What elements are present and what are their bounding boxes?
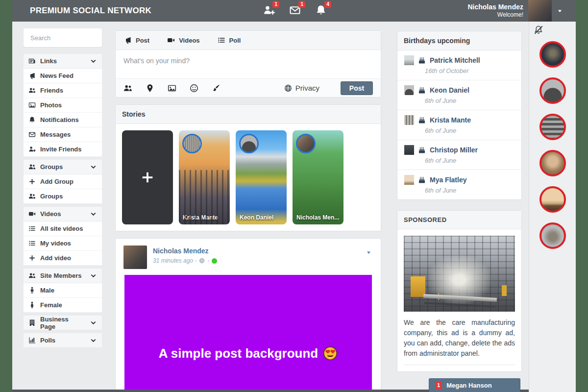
emoji-icon[interactable]: [190, 84, 198, 93]
chat-dock-megan-hanson[interactable]: 1 Megan Hanson: [429, 378, 520, 392]
ad-text: We are the care manufacturing company, t…: [404, 318, 515, 359]
tab-poll[interactable]: Poll: [218, 36, 241, 44]
chevron-down-icon: [90, 57, 97, 65]
post-text: A simple post background: [159, 346, 318, 361]
sidebar-item-groups-header[interactable]: Groups: [24, 160, 102, 174]
sidebar-item-notifications[interactable]: Notifications: [24, 113, 102, 127]
status-input[interactable]: [116, 50, 381, 78]
online-user-avatar[interactable]: [539, 41, 566, 68]
ad-image[interactable]: [404, 236, 515, 312]
sidebar-item-site-members-header[interactable]: Site Members: [24, 269, 102, 283]
tag-friends-icon[interactable]: [123, 84, 132, 93]
sidebar-item-invite-friends[interactable]: Invite Friends: [24, 142, 102, 157]
chevron-down-icon: [90, 337, 97, 344]
online-user-avatar[interactable]: [539, 114, 566, 140]
post-author-link[interactable]: Nicholas Mendez: [153, 247, 217, 255]
list-icon: [28, 240, 36, 247]
story-author: Krista Mante: [183, 214, 228, 221]
sidebar-item-links[interactable]: Links: [24, 54, 102, 69]
users-icon: [28, 87, 36, 94]
megaphone-icon: [124, 36, 132, 44]
birthday-name-link[interactable]: Mya Flatley: [430, 176, 466, 184]
sidebar-item-male[interactable]: Male: [24, 283, 102, 298]
post-submit-button[interactable]: Post: [341, 81, 373, 95]
sidebar-item-add-video[interactable]: Add video: [24, 251, 102, 266]
notifications-button[interactable]: 4: [315, 4, 327, 16]
video-camera-icon: [167, 36, 175, 44]
avatar: [404, 175, 414, 185]
sidebar-item-messages[interactable]: Messages: [24, 127, 102, 142]
birthday-name-link[interactable]: Keon Daniel: [430, 86, 469, 94]
birthdays-list: Patrick Mitchell 16th of October Keon Da…: [397, 50, 521, 199]
sidebar-item-groups[interactable]: Groups: [24, 189, 102, 204]
story-card[interactable]: Krista Mante: [179, 130, 230, 224]
sidebar-item-news-feed[interactable]: News Feed: [24, 69, 102, 83]
feed-column: Post Videos Poll: [115, 30, 381, 392]
friend-requests-button[interactable]: 1: [263, 4, 275, 16]
mute-notifications-icon[interactable]: [534, 25, 543, 35]
tab-label: Videos: [179, 37, 199, 44]
search-input[interactable]: [29, 34, 95, 42]
site-logo[interactable]: PREMIUM SOCIAL NETWORK: [30, 6, 151, 16]
stories-list: Krista Mante Keon Daniel Nicholas Men...: [116, 124, 381, 231]
birthday-date: 6th of June: [425, 97, 514, 104]
building-icon: [28, 319, 36, 326]
online-user-avatar[interactable]: [539, 150, 566, 176]
sidebar-item-add-group[interactable]: Add Group: [24, 174, 102, 189]
online-dot: [212, 258, 217, 264]
sidebar-item-label: Site Members: [40, 272, 82, 279]
story-card[interactable]: Nicholas Men...: [293, 130, 343, 224]
add-story-card[interactable]: [122, 130, 173, 224]
user-menu[interactable]: Nicholas Mendez Welcome!: [467, 0, 563, 22]
messages-button[interactable]: 1: [289, 4, 301, 16]
background-brush-icon[interactable]: [212, 84, 220, 93]
sidebar-item-label: Female: [40, 301, 62, 309]
caret-down-icon: [557, 8, 563, 14]
sidebar-item-label: Polls: [40, 337, 55, 344]
sponsored-widget: SPONSORED We are the care manufacturing …: [397, 210, 522, 372]
photo-icon: [28, 101, 36, 109]
post-options-caret[interactable]: [366, 249, 372, 256]
birthday-row: Mya Flatley 6th of June: [397, 170, 521, 199]
tab-post[interactable]: Post: [124, 36, 149, 44]
location-pin-icon[interactable]: [146, 84, 154, 93]
sidebar-item-business-page[interactable]: Business Page: [24, 316, 102, 330]
online-user-avatar[interactable]: [539, 186, 566, 213]
birthdays-widget: Birthdays upcoming Patrick Mitchell 16th…: [397, 31, 522, 200]
birthday-name-link[interactable]: Patrick Mitchell: [430, 56, 480, 64]
chat-user-name: Megan Hanson: [446, 382, 491, 389]
tab-videos[interactable]: Videos: [167, 36, 199, 44]
privacy-selector[interactable]: Privacy: [284, 84, 319, 92]
sidebar-item-all-site-videos[interactable]: All site videos: [24, 221, 102, 236]
story-card[interactable]: Keon Daniel: [236, 130, 287, 224]
users-icon: [28, 163, 36, 171]
sidebar-item-polls[interactable]: Polls: [24, 333, 102, 348]
sidebar-item-label: My videos: [40, 240, 71, 247]
sidebar-item-my-videos[interactable]: My videos: [24, 236, 102, 251]
post-background-block: A simple post background: [124, 275, 372, 392]
sidebar-menu: Links News Feed Friends Photos Notificat…: [24, 54, 102, 348]
avatar: [404, 115, 414, 125]
sidebar-item-photos[interactable]: Photos: [24, 98, 102, 113]
sidebar-item-label: Videos: [40, 210, 61, 218]
chevron-down-icon: [90, 319, 97, 326]
birthday-name-link[interactable]: Christop Miller: [430, 146, 478, 154]
globe-icon: [199, 258, 205, 264]
sidebar-item-label: News Feed: [40, 72, 74, 79]
story-avatar: [182, 134, 202, 153]
sidebar-item-label: Messages: [40, 131, 71, 138]
online-user-avatar[interactable]: [539, 77, 566, 104]
birthday-name-link[interactable]: Krista Mante: [430, 116, 471, 124]
bell-icon: [28, 116, 36, 123]
photo-upload-icon[interactable]: [168, 84, 176, 93]
sidebar-item-videos-header[interactable]: Videos: [24, 207, 102, 221]
online-user-avatar[interactable]: [539, 222, 566, 249]
sidebar-item-female[interactable]: Female: [24, 298, 102, 313]
divider: [404, 365, 515, 365]
birthday-cake-icon: [418, 176, 426, 184]
megaphone-icon: [28, 72, 36, 79]
envelope-icon: [28, 131, 36, 138]
avatar[interactable]: [123, 245, 147, 269]
sidebar-item-friends[interactable]: Friends: [24, 83, 102, 98]
post-time: 31 minutes ago -: [153, 257, 196, 264]
